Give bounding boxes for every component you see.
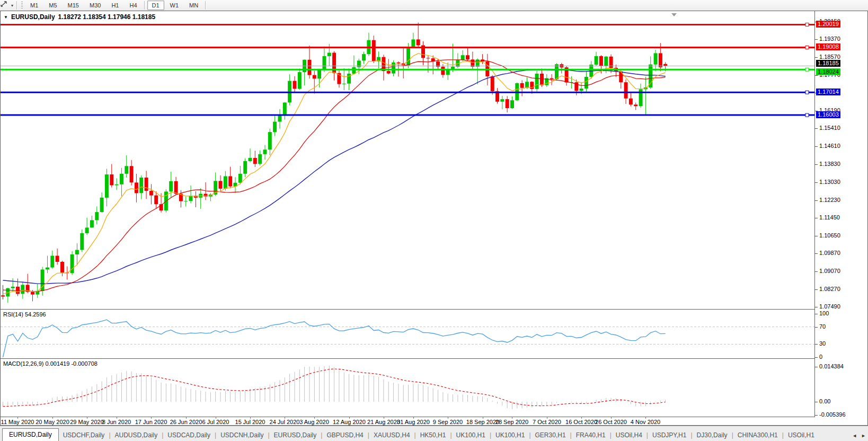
axis-tickmark: [815, 344, 818, 345]
chart-tab-dj30-daily[interactable]: DJ30,Daily: [693, 429, 732, 441]
axis-tickmark: [815, 367, 818, 367]
timeframe-button-mn[interactable]: MN: [184, 1, 203, 10]
time-axis-date-label: 12 Aug 2020: [333, 419, 366, 425]
chart-tab-gbpusd-h4[interactable]: GBPUSD,H4: [322, 429, 367, 441]
chart-ohlc-readout: 1.18272 1.18354 1.17946 1.18185: [58, 13, 156, 21]
axis-tickmark: [815, 75, 818, 76]
chart-tab-china300-h1[interactable]: CHINA300,H1: [733, 429, 782, 441]
axis-tickmark: [815, 327, 818, 328]
chart-tab-usdchf-daily[interactable]: USDCHF,Daily: [59, 429, 109, 441]
macd-histogram-group: [3, 366, 666, 409]
axis-tickmark: [815, 218, 818, 218]
time-axis-date-label: 4 Nov 2020: [631, 419, 660, 425]
chart-tab-hk50-h1[interactable]: HK50,H1: [416, 429, 450, 441]
line-drag-handle[interactable]: [805, 46, 809, 49]
chart-title: ▼ EURUSD,Daily 1.18272 1.18354 1.17946 1…: [4, 13, 155, 21]
time-axis-date-label: 8 Jun 2020: [102, 419, 131, 425]
chart-tab-eurusd-daily[interactable]: EURUSD,Daily: [2, 428, 59, 441]
rsi-axis-tick-label: 30: [819, 340, 826, 347]
timeframe-button-h1[interactable]: H1: [107, 1, 123, 10]
rsi-indicator-label: RSI(14) 54.2596: [3, 311, 46, 317]
chart-tab-audusd-daily[interactable]: AUDUSD,Daily: [111, 429, 162, 441]
crosshair-tool-icon[interactable]: [2, 2, 11, 9]
chart-tab-usdjpy-h1[interactable]: USDJPY,H1: [648, 429, 690, 441]
ma-fast-line: [3, 54, 666, 294]
toolbar-separator: [16, 1, 17, 10]
timeframe-button-h4[interactable]: H4: [125, 1, 141, 10]
chart-collapse-icon[interactable]: ▼: [4, 15, 8, 20]
chart-tab-usdcad-daily[interactable]: USDCAD,Daily: [163, 429, 215, 441]
time-axis[interactable]: 11 May 202020 May 202029 May 20208 Jun 2…: [1, 417, 814, 425]
line-drag-handle[interactable]: [805, 23, 809, 26]
line-drag-handle[interactable]: [805, 91, 809, 94]
axis-tickmark: [815, 289, 818, 290]
macd-panel[interactable]: MACD(12,26,9) 0.001419 -0.000708: [1, 359, 814, 417]
rsi-axis-tick-label: 100: [819, 310, 829, 316]
chart-tab-uk100-h1[interactable]: UK100,H1: [452, 429, 490, 441]
price-axis-tick-label: 1.13830: [819, 161, 840, 167]
macd-axis-tick-label: 0.014384: [819, 363, 844, 369]
price-axis-tick-label: 1.14610: [819, 143, 840, 149]
tab-scroll-right-icon[interactable]: ►: [859, 430, 868, 441]
time-axis-date-label: 3 Aug 2020: [299, 419, 329, 425]
timeframe-button-d1[interactable]: D1: [147, 1, 164, 10]
axis-tickmark: [815, 128, 818, 129]
candles-group: [1, 23, 667, 303]
axis-tickmark: [815, 314, 818, 314]
axis-tickmark: [815, 164, 818, 165]
axis-tickmark: [815, 415, 818, 416]
macd-canvas[interactable]: [1, 359, 814, 417]
timeframe-button-m1[interactable]: M1: [25, 1, 43, 10]
timeframe-button-m15[interactable]: M15: [63, 1, 84, 10]
mt4-window: ▾ M1M5M15M30H1H4D1W1MN ▼ EURUSD,Daily 1.…: [0, 0, 868, 441]
ma-slow-line: [3, 69, 666, 284]
chart-tab-usoil-h4[interactable]: USOil,H4: [612, 429, 646, 441]
timeframe-button-m30[interactable]: M30: [85, 1, 105, 10]
line-drag-handle[interactable]: [805, 68, 809, 71]
price-axis-tick-label: 1.07490: [819, 303, 840, 310]
price-axis-tick-label: 1.10650: [819, 232, 840, 239]
toolbar-separator: [205, 1, 206, 10]
rsi-panel[interactable]: RSI(14) 54.2596: [1, 310, 814, 359]
timeframe-button-w1[interactable]: W1: [165, 1, 184, 10]
toolbar-separator: [144, 1, 145, 10]
time-axis-date-label: 24 Jul 2020: [270, 419, 300, 425]
chart-tab-fra40-h1[interactable]: FRA40,H1: [572, 429, 610, 441]
chart-tab-usdcnh-daily[interactable]: USDCNH,Daily: [216, 429, 268, 441]
price-axis-tick-label: 1.15410: [819, 125, 840, 131]
chart-tab-uk100-h1[interactable]: UK100,H1: [491, 429, 529, 441]
time-axis-date-label: 20 May 2020: [36, 419, 69, 425]
chart-shift-marker-icon[interactable]: [671, 13, 677, 16]
main-chart-canvas[interactable]: [1, 11, 814, 309]
timeframe-button-m5[interactable]: M5: [44, 1, 61, 10]
tool-dropdown-arrow-icon[interactable]: ▾: [11, 3, 13, 8]
price-level-badge-1.20019: 1.20019: [816, 21, 840, 28]
rsi-line: [3, 320, 666, 357]
rsi-canvas[interactable]: [1, 310, 814, 358]
axis-tickmark: [815, 57, 818, 58]
time-axis-date-label: 17 Jun 2020: [135, 419, 167, 425]
price-level-badge-1.19008: 1.19008: [816, 43, 840, 50]
plot-axis-divider: [814, 11, 815, 417]
tab-scroll-left-icon[interactable]: ◄: [850, 430, 859, 441]
toolbar: ▾ M1M5M15M30H1H4D1W1MN: [0, 0, 868, 11]
chart-tab-usoil-h1[interactable]: USOil,H1: [784, 429, 819, 441]
toolbar-grip-handle[interactable]: [21, 2, 23, 9]
axis-tickmark: [815, 39, 818, 40]
time-axis-date-label: 29 May 2020: [70, 419, 104, 425]
chart-tab-xauusd-h4[interactable]: XAUUSD,H4: [369, 429, 414, 441]
line-drag-handle[interactable]: [805, 113, 809, 117]
price-panel[interactable]: ▼ EURUSD,Daily 1.18272 1.18354 1.17946 1…: [1, 11, 814, 310]
price-level-badge-1.18185: 1.18185: [816, 60, 840, 67]
time-axis-date-label: 16 Oct 2020: [565, 419, 597, 425]
time-axis-date-label: 11 May 2020: [1, 419, 34, 425]
chart-tab-ger30-h1[interactable]: GER30,H1: [531, 429, 570, 441]
chart-window: ▼ EURUSD,Daily 1.18272 1.18354 1.17946 1…: [0, 11, 868, 426]
time-axis-date-label: 21 Aug 2020: [367, 419, 400, 425]
price-axis-tick-label: 1.18570: [819, 54, 840, 60]
axis-tickmark: [815, 271, 818, 272]
ma-mid-line: [3, 60, 666, 292]
axis-tickmark: [815, 236, 818, 236]
chart-tabs: EURUSD,DailyUSDCHF,Daily|AUDUSD,Daily|US…: [0, 428, 848, 441]
chart-tab-eurusd-daily[interactable]: EURUSD,Daily: [270, 429, 321, 441]
